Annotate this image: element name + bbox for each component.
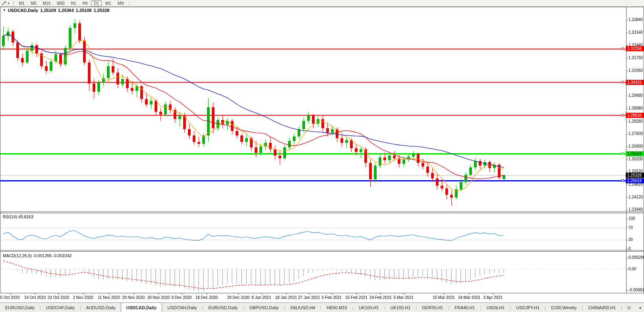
chevron-down-icon: ▼ [7, 2, 10, 5]
tab-xauusd-h4[interactable]: XAUUSD,H4 [285, 303, 320, 312]
timeframe-button-m15[interactable]: M15 [40, 0, 53, 6]
tab-hk50-m15[interactable]: HK50,M15 [321, 303, 352, 312]
chart-tab-bar: EURUSD,Daily|USDCHF,Daily|AUDUSD,DailyUS… [0, 302, 644, 312]
tab-dj30-weekly[interactable]: DJ30,Weekly [546, 303, 582, 312]
tab-ger30-h1[interactable]: GER30,H1 [417, 303, 448, 312]
toolbar-separator [129, 1, 130, 6]
tab-fra40-h1[interactable]: FRA40,H1 [449, 303, 480, 312]
tab-usdjpy-h1[interactable]: USDJPY,H1 [511, 303, 545, 312]
tab-china300-h1[interactable]: CHINA300,H1 [583, 303, 621, 312]
tab-uk100-h1[interactable]: UK100,H1 [385, 303, 416, 312]
tab-scroll-left-button[interactable]: ◄ [638, 306, 642, 310]
timeframe-button-h1[interactable]: H1 [68, 0, 79, 6]
mt4-terminal-window: { "toolbar": { "timeframes": [ {"label":… [0, 0, 644, 312]
chart-canvas[interactable] [0, 0, 644, 312]
tab-usdcad-daily[interactable]: USDCAD,Daily [121, 302, 162, 312]
tab-usdchf-daily[interactable]: USDCHF,Daily [41, 303, 80, 312]
timeframe-button-w1[interactable]: W1 [102, 0, 114, 6]
tab-usoil-h1[interactable]: USOil,H1 [481, 303, 510, 312]
timeframe-button-m30[interactable]: M30 [54, 0, 67, 6]
timeframe-button-group: M1M5M15M30H1H4D1W1MN [16, 0, 127, 6]
tab-usdcnh-daily[interactable]: USDCNH,Daily [162, 303, 202, 312]
chart-toolbar: ▼ M1M5M15M30H1H4D1W1MN [0, 0, 644, 7]
timeframe-button-h4[interactable]: H4 [79, 0, 90, 6]
tab-eurusd-daily[interactable]: EURUSD,Daily [203, 303, 243, 312]
crosshair-tool-icon [2, 1, 7, 6]
tab-audusd-daily[interactable]: AUDUSD,Daily [81, 303, 121, 312]
timeframe-button-mn[interactable]: MN [115, 0, 127, 6]
tab-u[interactable]: U [622, 303, 636, 312]
tab-eurusd-daily[interactable]: EURUSD,Daily [0, 303, 40, 312]
tab-scroll-buttons: ◄► [636, 303, 644, 312]
crosshair-tool-button[interactable]: ▼ [0, 0, 12, 6]
timeframe-button-m1[interactable]: M1 [16, 0, 27, 6]
tab-uk100-h1[interactable]: UK100,H1 [354, 303, 384, 312]
timeframe-button-m5[interactable]: M5 [28, 0, 39, 6]
toolbar-grip [13, 1, 14, 6]
tab-gbpusd-daily[interactable]: GBPUSD,Daily [244, 303, 284, 312]
timeframe-button-d1[interactable]: D1 [91, 0, 102, 6]
